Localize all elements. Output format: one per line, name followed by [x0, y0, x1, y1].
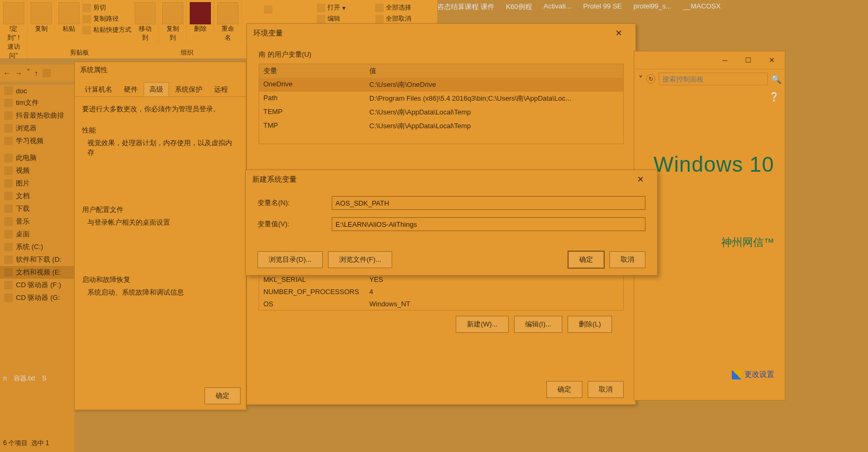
- intro-text: 要进行大多数更改，你必须作为管理员登录。: [82, 104, 238, 114]
- tree-item[interactable]: tim文件: [0, 96, 74, 109]
- tree-item[interactable]: 抖音最热歌曲排: [0, 109, 74, 122]
- table-row[interactable]: NUMBER_OF_PROCESSORS4: [259, 286, 623, 298]
- variable-name-label: 变量名(N):: [258, 198, 332, 208]
- forward-button[interactable]: →: [15, 69, 22, 77]
- newvar-ok-button[interactable]: 确定: [568, 251, 604, 268]
- new-system-variable-dialog: 新建系统变量 ✕ 变量名(N): 变量值(V): 浏览目录(D)... 浏览文件…: [245, 170, 658, 276]
- open-button[interactable]: 打开 ▾: [317, 3, 346, 12]
- table-row[interactable]: OneDriveC:\Users\南\OneDrive: [259, 78, 623, 92]
- tree-item[interactable]: doc: [0, 85, 74, 96]
- tab-advanced[interactable]: 高级: [144, 82, 169, 96]
- window-controls: ─ ☐ ✕: [634, 51, 785, 69]
- performance-section-title: 性能: [82, 126, 238, 135]
- desktop-icon[interactable]: __MACOSX: [683, 2, 721, 10]
- newvar-cancel-button[interactable]: 取消: [609, 251, 645, 268]
- tree-item-this-pc[interactable]: 此电脑: [0, 152, 74, 164]
- select-all-button[interactable]: 全部选择: [375, 3, 411, 12]
- minimize-button[interactable]: ─: [714, 53, 736, 68]
- brand-text: 神州网信™: [721, 235, 774, 250]
- desktop-icon[interactable]: 咨态结算课程 课件: [437, 2, 494, 12]
- startup-section-title: 启动和故障恢复: [82, 275, 238, 285]
- sysvar-edit-button[interactable]: 编辑(I)...: [514, 316, 562, 333]
- tree-item[interactable]: 学习视频: [0, 135, 74, 147]
- envvar-ok-button[interactable]: 确定: [546, 381, 582, 398]
- back-button[interactable]: ←: [3, 69, 11, 77]
- help-icon[interactable]: ❔: [634, 88, 785, 105]
- chevron-down-icon: ▾: [342, 4, 346, 12]
- desktop-icon[interactable]: Activati...: [544, 2, 572, 10]
- tree-item[interactable]: 下载: [0, 202, 74, 215]
- browse-file-button[interactable]: 浏览文件(F)...: [328, 251, 392, 268]
- user-profiles-section-title: 用户配置文件: [82, 205, 238, 215]
- tree-item-drive-e[interactable]: 文档和视频 (E:: [0, 266, 74, 279]
- performance-section-desc: 视觉效果，处理器计划，内存使用，以及虚拟内存: [82, 138, 238, 157]
- close-button[interactable]: ✕: [760, 53, 783, 68]
- tree-item-drive-g[interactable]: CD 驱动器 (G:: [0, 291, 74, 304]
- desktop-icon[interactable]: Protel 99 SE: [583, 2, 622, 10]
- table-row[interactable]: OSWindows_NT: [259, 298, 623, 310]
- up-button[interactable]: ↑: [34, 69, 38, 77]
- table-row[interactable]: TEMPC:\Users\南\AppData\Local\Temp: [259, 105, 623, 119]
- explorer-nav-bar: ← → ˅ ↑: [0, 65, 74, 82]
- system-properties-dialog: 系统属性 计算机名 硬件 高级 系统保护 远程 要进行大多数更改，你必须作为管理…: [74, 61, 246, 410]
- tab-computer-name[interactable]: 计算机名: [79, 82, 118, 96]
- drive-icon: [4, 243, 13, 251]
- user-variables-label: 南 的用户变量(U): [259, 50, 624, 59]
- user-profiles-section-desc: 与登录帐户相关的桌面设置: [82, 218, 238, 227]
- rename-button[interactable]: 重命名: [214, 0, 242, 43]
- folder-tree: doc tim文件 抖音最热歌曲排 浏览器 学习视频 此电脑 视频 图片 文档 …: [0, 85, 74, 452]
- tree-item[interactable]: 浏览器: [0, 122, 74, 135]
- delete-button[interactable]: 删除: [187, 0, 214, 34]
- x-icon: [190, 2, 211, 24]
- tab-remote[interactable]: 远程: [208, 82, 234, 96]
- pc-icon: [4, 154, 13, 162]
- search-icon[interactable]: 🔍: [771, 74, 781, 84]
- table-row[interactable]: PathD:\Program Files (x86)\5.4 2016q3\bi…: [259, 92, 623, 105]
- desktop-icon[interactable]: K60例程: [506, 2, 532, 12]
- tree-item-drive-f[interactable]: CD 驱动器 (F:): [0, 279, 74, 291]
- tree-item-drive-d[interactable]: 软件和下载 (D:: [0, 253, 74, 266]
- paste-button[interactable]: 粘贴: [55, 0, 83, 34]
- shortcut-icon: [83, 26, 91, 34]
- tree-item[interactable]: 音乐: [0, 215, 74, 228]
- pin-group[interactable]: !定到" !速访问": [0, 0, 28, 61]
- desktop-peek: n 容器.txt S: [3, 374, 46, 383]
- tree-item[interactable]: 文档: [0, 190, 74, 202]
- sysprop-ok-button[interactable]: 确定: [205, 387, 241, 404]
- scissors-icon: [83, 4, 91, 12]
- pin-label: !定到" !速访问": [5, 24, 22, 60]
- search-input[interactable]: [659, 73, 768, 85]
- tree-item-drive-c[interactable]: 系统 (C:): [0, 241, 74, 253]
- refresh-icon[interactable]: ↻: [646, 74, 656, 84]
- dialog-title: 新建系统变量: [252, 175, 297, 184]
- close-button[interactable]: ✕: [608, 28, 629, 38]
- variable-name-input[interactable]: [332, 196, 645, 210]
- desktop-icon[interactable]: protel99_s...: [634, 2, 672, 10]
- tab-hardware[interactable]: 硬件: [118, 82, 144, 96]
- edit-button[interactable]: 编辑: [317, 14, 346, 23]
- tree-item[interactable]: 图片: [0, 177, 74, 190]
- close-button[interactable]: ✕: [630, 174, 651, 184]
- copyto-button[interactable]: 复制到: [159, 0, 187, 43]
- startup-section-desc: 系统启动、系统故障和调试信息: [82, 288, 238, 297]
- tab-system-protection[interactable]: 系统保护: [169, 82, 208, 96]
- folder-icon: [42, 69, 51, 77]
- tree-item[interactable]: 视频: [0, 164, 74, 177]
- table-row[interactable]: TMPC:\Users\南\AppData\Local\Temp: [259, 119, 623, 133]
- tree-item[interactable]: 桌面: [0, 228, 74, 241]
- user-variables-table[interactable]: 变量值 OneDriveC:\Users\南\OneDrive PathD:\P…: [259, 64, 624, 144]
- copy-path-button[interactable]: 复制路径: [83, 14, 131, 23]
- envvar-cancel-button[interactable]: 取消: [588, 381, 624, 398]
- variable-value-input[interactable]: [332, 217, 645, 231]
- new-item[interactable]: [264, 5, 272, 14]
- select-none-button[interactable]: 全部取消: [375, 14, 411, 23]
- sysvar-new-button[interactable]: 新建(W)...: [456, 316, 509, 333]
- copy-button[interactable]: 复制: [28, 0, 55, 34]
- cut-button[interactable]: 剪切: [83, 3, 131, 12]
- moveto-button[interactable]: 移动到: [131, 0, 159, 43]
- browse-directory-button[interactable]: 浏览目录(D)...: [258, 251, 323, 268]
- sysvar-delete-button[interactable]: 删除(L): [568, 316, 612, 333]
- change-settings-link[interactable]: 更改设置: [732, 370, 774, 379]
- maximize-button[interactable]: ☐: [737, 53, 759, 68]
- paste-shortcut-button[interactable]: 粘贴快捷方式: [83, 25, 131, 34]
